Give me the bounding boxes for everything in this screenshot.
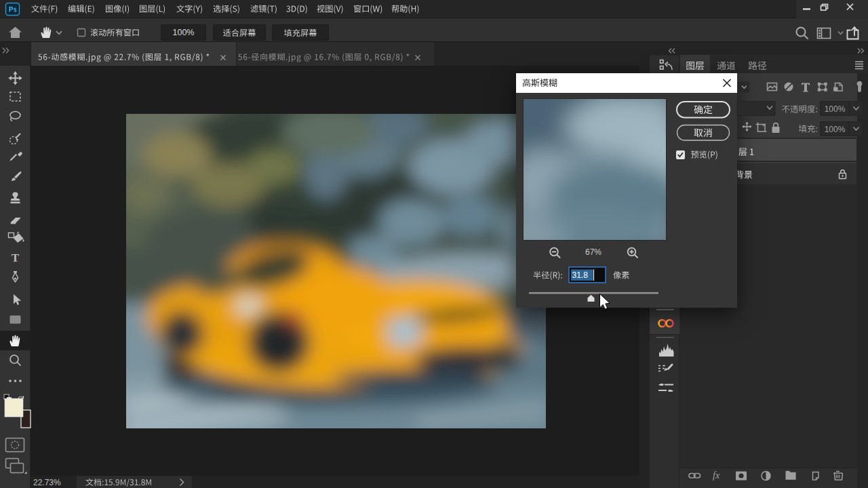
svg-text:100%: 100% — [825, 125, 846, 134]
svg-text:100%: 100% — [825, 104, 846, 114]
